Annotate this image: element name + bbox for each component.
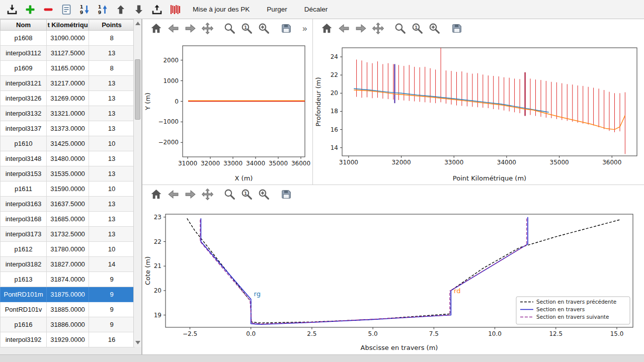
scrollbar-thumb[interactable] [135,59,140,120]
cell-points: 13 [89,151,135,166]
scroll-up-icon[interactable] [135,22,140,25]
pan-button[interactable] [370,21,385,36]
move-up-button[interactable] [112,2,130,18]
table-row[interactable]: p161631886.00009 [1,317,135,332]
table-row[interactable]: interpol316331637.500013 [1,197,135,212]
zoom-button[interactable] [392,21,408,36]
long-profile-panel: 1 31000320003300034000350003600014161820… [313,19,644,185]
column-header-1[interactable]: t Kilométriqu [47,20,89,31]
cell-pk: 31373.0000 [47,121,89,136]
profile-nav-toolbar: 1 [313,19,644,38]
tick-label: 36000 [602,159,621,166]
zoom-1-button[interactable]: 1 [239,21,254,36]
save-button[interactable] [449,21,464,36]
table-row[interactable]: interpol312631269.000013 [1,91,135,106]
tick-label: 20 [331,89,338,97]
table-row[interactable]: interpol317331732.500013 [1,227,135,242]
cell-pk: 31929.0000 [47,332,89,347]
table-row[interactable]: p161031425.000010 [1,136,135,151]
zoom-plus-button[interactable] [427,21,442,36]
plan-plot-canvas[interactable]: 310003200033000340003500036000200010000−… [142,38,312,185]
pan-icon [201,22,214,35]
purge-button[interactable]: Purger [262,2,292,18]
tick-label: 20 [154,287,162,294]
forward-button[interactable] [183,187,198,202]
stripes-icon [169,4,181,16]
update-pk-button[interactable]: Mise à jour des PK [188,2,255,18]
table-row[interactable]: p161231780.000010 [1,242,135,257]
forward-button[interactable] [353,21,368,36]
sort-descending-button[interactable]: 19 [75,2,94,18]
tick-label: 12.5 [549,330,562,337]
toolbar-overflow-button[interactable]: » [302,24,307,34]
profile-plot-canvas[interactable]: 3100032000330003400035000360001416182022… [313,38,642,185]
home-button[interactable] [319,21,334,36]
y-axis-label: Cote (m) [144,256,151,285]
home-button[interactable] [148,187,164,202]
cell-nom: PontRD101m [1,287,47,302]
main-toolbar: 1919Mise à jour des PKPurgerDécaler [0,0,644,19]
zoom-1-button[interactable]: 1 [239,187,254,202]
zoom-icon [223,22,236,35]
cross-section-chart[interactable]: −2.50.02.55.07.510.012.515.01920212223Ab… [142,204,644,356]
plan-view-panel: 1» 3100032000330003400035000360002000100… [142,19,313,185]
back-button[interactable] [166,187,181,202]
pan-button[interactable] [200,21,215,36]
tick-label: 31000 [178,160,197,167]
zoom-button[interactable] [222,21,237,36]
import-button[interactable] [3,2,21,18]
column-header-0[interactable]: Nom [1,20,47,31]
table-row[interactable]: p161131590.000010 [1,182,135,197]
table-row[interactable]: interpol312131217.000013 [1,76,135,91]
zoom-plus-button[interactable] [256,21,271,36]
remove-section-button[interactable] [39,2,57,18]
export-button[interactable] [148,2,166,18]
shift-button[interactable]: Décaler [299,2,333,18]
back-button[interactable] [166,21,181,36]
edit-section-button[interactable] [57,2,75,18]
tick-label: 18 [331,108,338,115]
table-row[interactable]: interpol319231929.000016 [1,332,135,347]
column-header-2[interactable]: Points [89,20,135,31]
cell-pk: 31269.0000 [47,91,89,106]
tick-label: 15.0 [610,330,624,337]
table-row[interactable]: interpol311231127.500013 [1,46,135,61]
long-profile-chart[interactable]: 3100032000330003400035000360001416182022… [313,38,644,187]
save-button[interactable] [278,21,293,36]
annotation-rg: rg [254,290,261,298]
cell-nom: p1609 [1,61,47,76]
table-row[interactable]: interpol316831685.000013 [1,212,135,227]
table-row[interactable]: interpol313231321.000013 [1,106,135,121]
tick-label: 2.5 [307,330,316,337]
plan-view-chart[interactable]: 310003200033000340003500036000200010000−… [142,38,312,187]
legend-label: Section en travers précédente [536,299,616,305]
tick-label: −2.5 [183,330,197,337]
home-button[interactable] [148,21,164,36]
home-icon [320,22,333,35]
table-row[interactable]: p160931165.00008 [1,61,135,76]
table-row[interactable]: PontRD101v31885.00009 [1,302,135,317]
table-row[interactable]: p161331874.00009 [1,272,135,287]
add-section-button[interactable] [21,2,39,18]
interpolate-sections-button[interactable] [166,2,184,18]
pan-button[interactable] [200,187,215,202]
table-row[interactable]: interpol315331535.000013 [1,166,135,182]
save-button[interactable] [278,187,293,202]
cross-plot-canvas[interactable]: −2.50.02.55.07.510.012.515.01920212223Ab… [142,204,643,354]
table-row[interactable]: interpol318231827.000014 [1,257,135,272]
svg-text:1: 1 [98,4,102,10]
tick-label: 2000 [163,57,179,64]
scroll-down-icon[interactable] [135,341,140,344]
move-down-button[interactable] [130,2,148,18]
table-row[interactable]: p160831090.00008 [1,31,135,46]
forward-button[interactable] [183,21,198,36]
zoom-1-button[interactable]: 1 [410,21,425,36]
back-button[interactable] [336,21,351,36]
table-row[interactable]: PontRD101m31875.00009 [1,287,135,302]
sort-ascending-button[interactable]: 19 [94,2,112,18]
table-row[interactable]: interpol313731373.000013 [1,121,135,136]
table-row[interactable]: interpol314831480.000013 [1,151,135,166]
zoom-button[interactable] [222,187,237,202]
zoom-plus-button[interactable] [256,187,271,202]
table-scrollbar[interactable] [133,19,141,347]
